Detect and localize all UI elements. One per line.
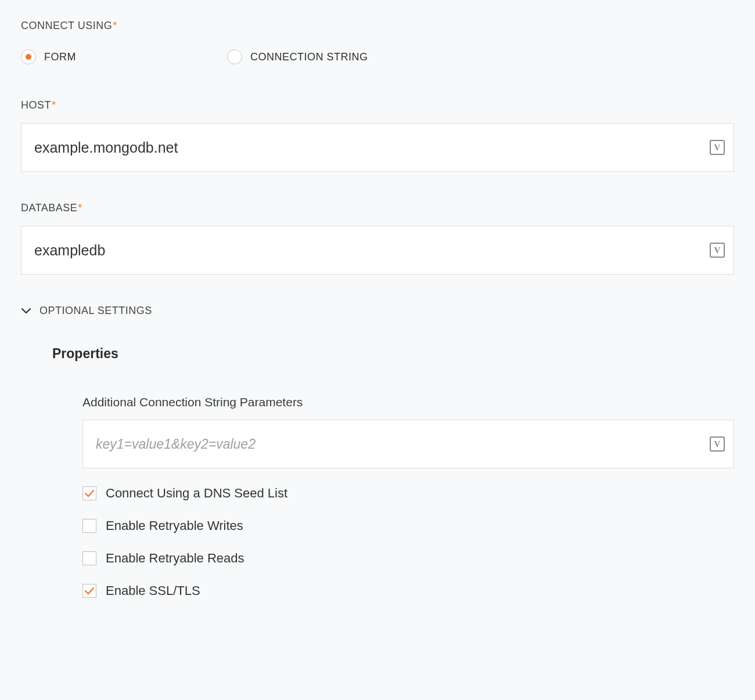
host-label-text: HOST: [21, 99, 51, 111]
connect-using-label: CONNECT USING*: [21, 20, 734, 32]
checkbox-dns-seed-box: [82, 486, 96, 500]
variable-badge-icon[interactable]: V: [710, 436, 725, 452]
radio-connection-string-label: CONNECTION STRING: [250, 51, 368, 63]
checkbox-ssl-tls-box: [82, 584, 96, 598]
radio-connection-string-indicator: [227, 49, 242, 64]
checkbox-retry-reads-label: Enable Retryable Reads: [106, 551, 244, 566]
checkbox-ssl-tls-label: Enable SSL/TLS: [106, 583, 200, 598]
properties-heading: Properties: [52, 346, 734, 362]
additional-params-input-wrap: V: [82, 420, 734, 468]
optional-settings-toggle[interactable]: OPTIONAL SETTINGS: [21, 305, 734, 317]
radio-connection-string[interactable]: CONNECTION STRING: [227, 49, 368, 64]
checkbox-dns-seed-label: Connect Using a DNS Seed List: [106, 486, 287, 501]
database-input[interactable]: [21, 226, 734, 275]
connect-using-label-text: CONNECT USING: [21, 20, 112, 31]
chevron-down-icon: [21, 306, 31, 316]
database-input-wrap: V: [21, 226, 734, 275]
host-input-wrap: V: [21, 123, 734, 172]
radio-form-label: FORM: [44, 51, 76, 63]
connect-using-radio-group: FORM CONNECTION STRING: [21, 49, 734, 64]
checkbox-retry-writes-box: [82, 519, 96, 533]
additional-params-input[interactable]: [82, 420, 734, 468]
required-asterisk: *: [52, 99, 56, 111]
radio-form[interactable]: FORM: [21, 49, 76, 64]
additional-params-label: Additional Connection String Parameters: [82, 395, 734, 409]
optional-settings-label: OPTIONAL SETTINGS: [39, 305, 152, 317]
checkbox-retry-reads[interactable]: Enable Retryable Reads: [82, 551, 734, 566]
database-label-text: DATABASE: [21, 202, 77, 214]
variable-badge-icon[interactable]: V: [710, 243, 725, 258]
checkbox-ssl-tls[interactable]: Enable SSL/TLS: [82, 583, 734, 598]
radio-form-indicator: [21, 49, 36, 64]
required-asterisk: *: [113, 20, 117, 31]
database-label: DATABASE*: [21, 202, 734, 214]
checkbox-retry-writes[interactable]: Enable Retryable Writes: [82, 518, 734, 533]
host-input[interactable]: [21, 123, 734, 172]
checkbox-retry-reads-box: [82, 551, 96, 565]
host-label: HOST*: [21, 99, 734, 111]
required-asterisk: *: [78, 202, 82, 214]
checkbox-retry-writes-label: Enable Retryable Writes: [106, 518, 243, 533]
checkbox-dns-seed[interactable]: Connect Using a DNS Seed List: [82, 486, 734, 501]
variable-badge-icon[interactable]: V: [710, 140, 725, 155]
